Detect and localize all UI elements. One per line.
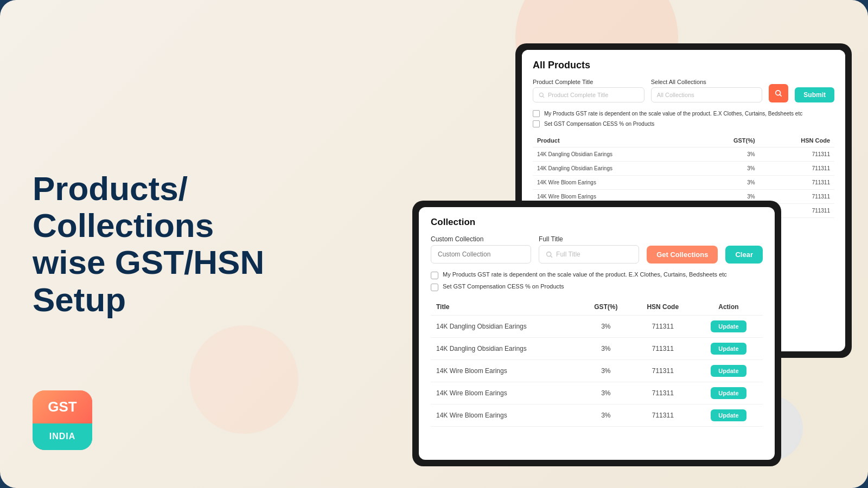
- search-icon: [539, 92, 545, 98]
- bg-decoration-2: [190, 325, 298, 434]
- product-cell: 14K Dangling Obsidian Earings: [533, 147, 699, 162]
- table-row: 14K Dangling Obsidian Earings 3% 711311: [533, 147, 834, 162]
- product-title-group: Product Complete Title Product Complete …: [533, 79, 644, 102]
- search-icon-btn: [775, 89, 782, 97]
- product-cell: 14K Dangling Obsidian Earings: [533, 162, 699, 176]
- svg-line-5: [551, 255, 552, 257]
- title-cell: 14K Wire Bloom Earings: [431, 360, 580, 382]
- update-button[interactable]: Update: [711, 343, 746, 355]
- table-row: 14K Dangling Obsidian Earings 3% 711311: [533, 162, 834, 176]
- table-row: 14K Wire Bloom Earings 3% 711311 Update: [431, 404, 763, 427]
- svg-line-3: [780, 94, 782, 96]
- product-title-input[interactable]: Product Complete Title: [533, 87, 644, 102]
- update-button[interactable]: Update: [711, 320, 746, 332]
- full-title-input[interactable]: Full Title: [539, 245, 639, 264]
- col-action: Action: [694, 299, 763, 316]
- custom-collection-label: Custom Collection: [431, 235, 531, 243]
- gst-cell: 3%: [580, 404, 631, 427]
- custom-collection-group: Custom Collection: [431, 235, 531, 264]
- main-container: Products/ Collections wise GST/HSN Setup…: [0, 0, 868, 488]
- gst-scale-label: My Products GST rate is dependent on the…: [544, 111, 802, 117]
- product-title-placeholder: Product Complete Title: [548, 92, 608, 98]
- gst-cell: 3%: [699, 147, 759, 162]
- cess-checkbox[interactable]: [533, 120, 540, 127]
- title-cell: 14K Dangling Obsidian Earings: [431, 316, 580, 338]
- tablet-front: Collection Custom Collection Full Title: [412, 201, 781, 466]
- col-gst: GST(%): [580, 299, 631, 316]
- gst-logo: GST INDIA: [33, 390, 92, 450]
- update-button[interactable]: Update: [711, 365, 746, 377]
- products-col-product: Product: [533, 134, 699, 147]
- hsn-cell: 711311: [760, 147, 834, 162]
- cess-label: Set GST Compensation CESS % on Products: [544, 121, 654, 127]
- col-hsn: HSN Code: [631, 299, 694, 316]
- collection-table: Title GST(%) HSN Code Action 14K Danglin…: [431, 299, 763, 427]
- collections-select-input[interactable]: All Collections: [651, 87, 763, 102]
- collection-cess-checkbox[interactable]: [431, 284, 438, 291]
- gst-logo-top: GST: [33, 390, 92, 423]
- collection-gst-scale-row: My Products GST rate is dependent on the…: [431, 271, 763, 279]
- hsn-cell: 711311: [631, 338, 694, 360]
- full-title-group: Full Title Full Title: [539, 235, 639, 264]
- action-cell: Update: [694, 316, 763, 338]
- table-row: 14K Wire Bloom Earings 3% 711311: [533, 176, 834, 190]
- title-cell: 14K Wire Bloom Earings: [431, 404, 580, 427]
- gst-cell: 3%: [580, 360, 631, 382]
- gst-cell: 3%: [580, 382, 631, 404]
- products-col-gst: GST(%): [699, 134, 759, 147]
- gst-logo-text-india: INDIA: [49, 432, 76, 441]
- collections-select-label: Select All Collections: [651, 79, 763, 85]
- collection-gst-scale-label: My Products GST rate is dependent on the…: [443, 271, 727, 278]
- col-title: Title: [431, 299, 580, 316]
- table-row: 14K Dangling Obsidian Earings 3% 711311 …: [431, 316, 763, 338]
- gst-logo-text-gst: GST: [48, 399, 76, 415]
- all-products-title: All Products: [533, 60, 834, 71]
- full-title-placeholder: Full Title: [556, 251, 580, 258]
- collection-cess-label: Set GST Compensation CESS % on Products: [443, 283, 564, 290]
- product-title-label: Product Complete Title: [533, 79, 644, 85]
- collection-cess-row: Set GST Compensation CESS % on Products: [431, 283, 763, 291]
- hero-title: Products/ Collections wise GST/HSN Setup: [33, 170, 293, 318]
- products-col-hsn: HSN Code: [760, 134, 834, 147]
- product-cell: 14K Wire Bloom Earings: [533, 176, 699, 190]
- hsn-cell: 711311: [760, 162, 834, 176]
- collection-panel: Collection Custom Collection Full Title: [419, 207, 775, 460]
- svg-line-1: [542, 96, 544, 97]
- all-products-form-row: Product Complete Title Product Complete …: [533, 79, 834, 102]
- full-title-search-icon: [546, 251, 553, 258]
- cess-checkbox-row: Set GST Compensation CESS % on Products: [533, 120, 834, 127]
- action-cell: Update: [694, 404, 763, 427]
- collections-select-group: Select All Collections All Collections: [651, 79, 763, 102]
- collections-placeholder: All Collections: [657, 92, 694, 98]
- table-row: 14K Dangling Obsidian Earings 3% 711311 …: [431, 338, 763, 360]
- title-cell: 14K Dangling Obsidian Earings: [431, 338, 580, 360]
- search-button[interactable]: [769, 84, 788, 102]
- gst-scale-checkbox[interactable]: [533, 110, 540, 117]
- left-panel: Products/ Collections wise GST/HSN Setup: [33, 170, 293, 318]
- action-cell: Update: [694, 360, 763, 382]
- collection-form-row: Custom Collection Full Title Full Title: [431, 235, 763, 264]
- action-cell: Update: [694, 338, 763, 360]
- update-button[interactable]: Update: [711, 409, 746, 421]
- gst-cell: 3%: [580, 338, 631, 360]
- table-row: 14K Wire Bloom Earings 3% 711311 Update: [431, 382, 763, 404]
- gst-cell: 3%: [699, 176, 759, 190]
- gst-logo-bottom: INDIA: [33, 423, 92, 451]
- get-collections-button[interactable]: Get Collections: [647, 246, 718, 264]
- custom-collection-input[interactable]: [431, 245, 531, 264]
- full-title-label: Full Title: [539, 235, 639, 243]
- hsn-cell: 711311: [631, 360, 694, 382]
- title-cell: 14K Wire Bloom Earings: [431, 382, 580, 404]
- tablet-front-screen: Collection Custom Collection Full Title: [419, 207, 775, 460]
- hsn-cell: 711311: [631, 316, 694, 338]
- action-cell: Update: [694, 382, 763, 404]
- update-button[interactable]: Update: [711, 387, 746, 399]
- submit-button[interactable]: Submit: [795, 87, 834, 102]
- hsn-cell: 711311: [631, 382, 694, 404]
- gst-cell: 3%: [580, 316, 631, 338]
- hsn-cell: 711311: [760, 176, 834, 190]
- hsn-cell: 711311: [631, 404, 694, 427]
- collection-gst-scale-checkbox[interactable]: [431, 272, 438, 279]
- clear-button[interactable]: Clear: [725, 246, 763, 264]
- collection-title: Collection: [431, 217, 763, 228]
